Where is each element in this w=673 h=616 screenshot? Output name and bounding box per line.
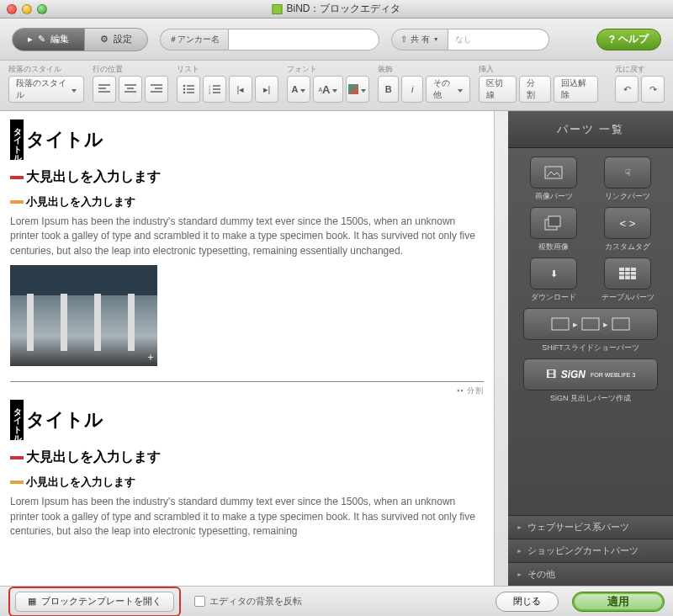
- paragraph-text[interactable]: Lorem Ipsum has been the industry's stan…: [10, 495, 484, 539]
- title-heading[interactable]: タイトル: [26, 127, 103, 152]
- accordion-webservice[interactable]: ウェブサービス系パーツ: [508, 515, 673, 539]
- close-button[interactable]: 閉じる: [495, 592, 559, 612]
- title-heading[interactable]: タイトル: [26, 407, 103, 433]
- part-multi-image-button[interactable]: [530, 207, 577, 239]
- accordion-other[interactable]: その他: [508, 562, 673, 586]
- invert-label: エディタの背景を反転: [209, 595, 302, 608]
- small-heading[interactable]: 小見出しを入力します: [26, 194, 135, 210]
- formatting-toolbar: 段落のスタイル 段落のスタイル 行の位置 リスト 123 |◂ ▸| フォント …: [0, 61, 673, 111]
- share-label: 共 有: [411, 34, 430, 45]
- undo-button[interactable]: ↶: [615, 76, 639, 103]
- svg-point-2: [183, 92, 186, 94]
- editor-scrollbar[interactable]: [495, 111, 508, 586]
- part-image-button[interactable]: [530, 157, 577, 189]
- small-heading[interactable]: 小見出しを入力します: [26, 475, 135, 490]
- download-icon: ⬇: [550, 268, 558, 279]
- group-label-undo: 元に戻す: [615, 64, 665, 74]
- part-image-label: 画像パーツ: [535, 191, 573, 202]
- pencil-icon: ✎: [38, 34, 45, 45]
- part-multi-image-label: 複数画像: [538, 242, 569, 252]
- sidebar-header: パーツ 一覧: [508, 111, 673, 148]
- zoom-window-button[interactable]: [37, 4, 47, 14]
- image-expand-icon[interactable]: ＋: [146, 350, 156, 364]
- gear-icon: ⚙: [100, 34, 109, 45]
- font-family-button[interactable]: A: [287, 76, 310, 103]
- svg-point-0: [183, 85, 186, 88]
- insert-unwrap-button[interactable]: 回込解除: [554, 76, 598, 103]
- part-download-button[interactable]: ⬇: [530, 258, 577, 289]
- small-heading-tag-badge: 小見出: [10, 481, 24, 484]
- window-title-text: BiND：ブロックエディタ: [286, 2, 400, 16]
- parts-sidebar: パーツ 一覧 画像パーツ ☟リンクパーツ 複数画像 < >カスタムタグ ⬇ダウン…: [508, 111, 673, 586]
- window-controls: [7, 4, 47, 14]
- part-sign-button[interactable]: 🎞 SiGN FOR WEBLIFE 3: [523, 358, 658, 390]
- group-label-font: フォント: [287, 64, 369, 74]
- part-download-label: ダウンロード: [531, 292, 576, 303]
- svg-point-1: [183, 88, 186, 91]
- svg-rect-6: [545, 167, 562, 178]
- align-left-button[interactable]: [93, 76, 116, 103]
- anchor-label: ＃アンカー名: [160, 29, 228, 50]
- svg-rect-12: [612, 318, 629, 330]
- settings-mode-button[interactable]: ⚙ 設定: [84, 29, 147, 50]
- title-tag-badge: タイトル: [10, 119, 24, 160]
- outdent-button[interactable]: |◂: [229, 76, 252, 103]
- group-label-parastyle: 段落のスタイル: [8, 64, 84, 74]
- insert-separator-button[interactable]: 区切線: [479, 76, 516, 103]
- divider-label: ▪▪ 分割: [10, 385, 484, 398]
- checkbox-icon: [194, 596, 205, 607]
- big-heading[interactable]: 大見出しを入力します: [26, 168, 161, 186]
- align-center-button[interactable]: [119, 76, 142, 103]
- paragraph-text[interactable]: Lorem Ipsum has been the industry's stan…: [10, 215, 484, 258]
- decor-other-dropdown[interactable]: その他: [426, 76, 470, 103]
- share-value[interactable]: なし: [448, 29, 549, 50]
- main-area: タイトル タイトル 大見出 大見出しを入力します 小見出 小見出しを入力します …: [0, 111, 673, 586]
- redo-button[interactable]: ↷: [641, 76, 665, 103]
- block-divider: [10, 381, 484, 382]
- bullet-list-button[interactable]: [177, 76, 200, 103]
- numbered-list-button[interactable]: 123: [203, 76, 226, 103]
- italic-button[interactable]: i: [401, 76, 423, 103]
- apply-button[interactable]: 適用: [572, 592, 665, 612]
- indent-button[interactable]: ▸|: [255, 76, 278, 103]
- big-heading-tag-badge: 大見出: [10, 176, 24, 179]
- mode-segment: ▸ ✎ 編集 ⚙ 設定: [12, 28, 148, 51]
- open-block-template-button[interactable]: ▦ ブロックテンプレートを開く: [15, 592, 174, 612]
- edit-label: 編集: [50, 33, 69, 45]
- svg-rect-8: [548, 216, 560, 226]
- big-heading[interactable]: 大見出しを入力します: [26, 449, 161, 466]
- part-link-button[interactable]: ☟: [604, 157, 651, 189]
- app-icon: [272, 4, 282, 14]
- edit-mode-button[interactable]: ▸ ✎ 編集: [13, 29, 84, 50]
- content-image[interactable]: ＋: [10, 265, 157, 366]
- bold-button[interactable]: B: [378, 76, 400, 103]
- align-right-button[interactable]: [145, 76, 168, 103]
- paragraph-style-dropdown[interactable]: 段落のスタイル: [8, 76, 84, 103]
- accordion-shoppingcart[interactable]: ショッピングカートパーツ: [508, 539, 673, 562]
- help-label: ヘルプ: [618, 32, 649, 46]
- invert-background-checkbox[interactable]: エディタの背景を反転: [194, 595, 302, 608]
- font-size-button[interactable]: AA: [313, 76, 343, 103]
- anchor-field: ＃アンカー名: [160, 29, 379, 50]
- chevron-down-icon: ▼: [433, 36, 439, 42]
- titlebar: BiND：ブロックエディタ: [0, 0, 673, 19]
- help-button[interactable]: ? ヘルプ: [596, 29, 661, 50]
- big-heading-tag-badge: 大見出: [10, 456, 24, 459]
- editor-canvas[interactable]: タイトル タイトル 大見出 大見出しを入力します 小見出 小見出しを入力します …: [0, 111, 495, 586]
- minimize-window-button[interactable]: [22, 4, 32, 14]
- svg-text:3: 3: [209, 91, 211, 94]
- open-template-label: ブロックテンプレートを開く: [41, 595, 162, 608]
- part-shift-slideshow-button[interactable]: ▸▸: [523, 308, 658, 340]
- share-button[interactable]: ⇧ 共 有 ▼: [391, 29, 448, 50]
- insert-split-button[interactable]: 分 割: [519, 76, 551, 103]
- part-sign-label: SiGN 見出しパーツ作成: [550, 393, 631, 404]
- anchor-input[interactable]: [228, 29, 379, 50]
- open-template-highlight: ▦ ブロックテンプレートを開く: [8, 587, 181, 617]
- close-window-button[interactable]: [7, 4, 17, 14]
- font-color-button[interactable]: [346, 76, 369, 103]
- group-label-list: リスト: [177, 64, 278, 74]
- part-custom-tag-button[interactable]: < >: [604, 207, 651, 239]
- part-table-button[interactable]: [604, 258, 651, 289]
- pointer-icon: ☟: [625, 167, 631, 178]
- part-link-label: リンクパーツ: [605, 191, 650, 202]
